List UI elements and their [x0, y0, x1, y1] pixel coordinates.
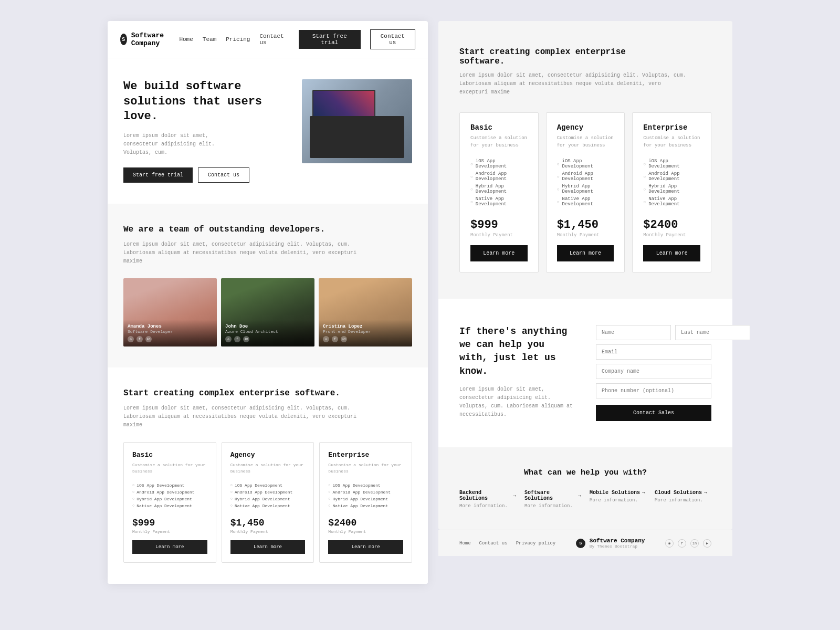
plan-name-enterprise-left: Enterprise	[328, 451, 403, 459]
footer-instagram-icon[interactable]: ◉	[665, 539, 674, 548]
pcr-period-agency: Monthly Payment	[557, 233, 614, 238]
feature-native-basic-left: Native App Development	[132, 502, 207, 509]
nav-link-home[interactable]: Home	[179, 36, 193, 43]
plan-desc-basic-left: Customise a solution for your business	[132, 462, 207, 475]
feature-ios-enterprise-left: iOS App Development	[328, 482, 403, 489]
plan-price-agency-left: $1,450	[230, 518, 306, 528]
instagram-icon-1[interactable]: ⊙	[128, 336, 134, 342]
hero-start-trial-button[interactable]: Start free trial	[123, 167, 193, 183]
instagram-icon-2[interactable]: ⊙	[225, 336, 232, 342]
team-grid: Amanda Jones Software Developer ⊙ f in J…	[123, 278, 412, 346]
form-name-row	[596, 325, 711, 340]
pricing-card-enterprise-left: Enterprise Customise a solution for your…	[319, 442, 412, 563]
team-member-role-2: Azure Cloud Architect	[225, 329, 310, 334]
pricing-right-title: Start creating complex enterprise softwa…	[459, 47, 659, 66]
facebook-icon-3[interactable]: f	[332, 336, 338, 342]
team-card-overlay-2: John Doe Azure Cloud Architect ⊙ f in	[221, 320, 314, 346]
pricing-cards-right: Basic Customise a solution for your busi…	[459, 112, 711, 272]
team-socials-2: ⊙ f in	[225, 336, 310, 342]
pcr-feature-hybrid-basic: Hybrid App Development	[470, 183, 528, 195]
contact-text: If there's anything we can help you with…	[459, 325, 575, 419]
contact-section: If there's anything we can help you with…	[438, 299, 732, 447]
phone-input[interactable]	[596, 383, 711, 398]
pcr-features-enterprise: iOS App Development Android App Developm…	[643, 158, 700, 208]
nav-contact-button[interactable]: Contact us	[370, 29, 415, 49]
pcr-feature-hybrid-agency: Hybrid App Development	[557, 183, 614, 195]
pcr-feature-android-agency: Android App Development	[557, 170, 614, 183]
plan-btn-basic-left[interactable]: Learn more	[132, 540, 207, 554]
instagram-icon-3[interactable]: ⊙	[323, 336, 329, 342]
pricing-left-subtitle: Lorem ipsum dolor sit amet, consectetur …	[123, 404, 360, 429]
pcr-feature-android-basic: Android App Development	[470, 170, 528, 183]
plan-desc-enterprise-left: Customise a solution for your business	[328, 462, 403, 475]
footer-youtube-icon[interactable]: ▶	[703, 539, 711, 548]
plan-features-enterprise-left: iOS App Development Android App Developm…	[328, 482, 403, 509]
company-input[interactable]	[596, 364, 711, 379]
email-input[interactable]	[596, 344, 711, 360]
nav-link-contact[interactable]: Contact us	[259, 33, 289, 46]
nav-link-team[interactable]: Team	[203, 36, 216, 43]
pcr-btn-agency[interactable]: Learn more	[557, 245, 614, 261]
desk-image	[310, 116, 404, 158]
pcr-btn-enterprise[interactable]: Learn more	[643, 245, 700, 261]
pricing-section-left: Start creating complex enterprise softwa…	[108, 368, 428, 584]
service-title-backend[interactable]: Backend Solutions	[459, 490, 516, 501]
pricing-right-subtitle: Lorem ipsum dolor sit amet, consectetur …	[459, 71, 690, 97]
pricing-grid-left: Basic Customise a solution for your busi…	[123, 442, 412, 563]
contact-layout: If there's anything we can help you with…	[459, 325, 711, 421]
pcr-period-basic: Monthly Payment	[470, 233, 528, 238]
feature-android-basic-left: Android App Development	[132, 489, 207, 496]
feature-native-enterprise-left: Native App Development	[328, 502, 403, 509]
service-title-mobile[interactable]: Mobile Solutions	[590, 490, 646, 496]
service-sub-mobile: More information.	[590, 498, 646, 503]
pcr-feature-native-enterprise: Native App Development	[643, 195, 700, 208]
feature-ios-agency-left: iOS App Development	[230, 482, 306, 489]
hero-contact-button[interactable]: Contact us	[198, 167, 249, 183]
pcr-feature-native-agency: Native App Development	[557, 195, 614, 208]
linkedin-icon-3[interactable]: in	[341, 336, 347, 342]
lastname-input[interactable]	[675, 325, 750, 340]
team-section: We are a team of outstanding developers.…	[108, 204, 428, 368]
plan-btn-enterprise-left[interactable]: Learn more	[328, 540, 403, 554]
footer-logo-icon: S	[576, 539, 585, 548]
name-input[interactable]	[596, 325, 671, 340]
pcr-btn-basic[interactable]: Learn more	[470, 245, 528, 261]
team-member-role-3: Front-end Developer	[323, 329, 408, 334]
facebook-icon-1[interactable]: f	[136, 336, 143, 342]
team-subtitle: Lorem ipsum dolor sit amet, consectetur …	[123, 240, 360, 266]
service-title-cloud[interactable]: Cloud Solutions	[655, 490, 711, 496]
hero-text: We build software solutions that users l…	[123, 79, 291, 183]
team-card-overlay-1: Amanda Jones Software Developer ⊙ f in	[123, 320, 217, 346]
pcr-features-basic: iOS App Development Android App Developm…	[470, 158, 528, 208]
pcr-feature-ios-agency: iOS App Development	[557, 158, 614, 170]
logo-icon: S	[120, 34, 127, 45]
plan-btn-agency-left[interactable]: Learn more	[230, 540, 306, 554]
service-sub-backend: More information.	[459, 503, 516, 509]
nav-logo: S Software Company	[120, 32, 169, 47]
plan-price-basic-left: $999	[132, 518, 207, 528]
pricing-section-right: Start creating complex enterprise softwa…	[438, 21, 732, 299]
service-title-software[interactable]: Software Solutions	[524, 490, 581, 501]
feature-hybrid-basic-left: Hybrid App Development	[132, 496, 207, 502]
pcr-feature-android-enterprise: Android App Development	[643, 170, 700, 183]
linkedin-icon-1[interactable]: in	[145, 336, 152, 342]
footer-link-home[interactable]: Home	[459, 541, 471, 546]
facebook-icon-2[interactable]: f	[234, 336, 240, 342]
footer-facebook-icon[interactable]: f	[678, 539, 686, 548]
nav-start-trial-button[interactable]: Start free trial	[299, 30, 361, 49]
footer-link-contact[interactable]: Contact us	[479, 541, 508, 546]
team-member-name-3: Cristina Lopez	[323, 324, 408, 329]
pcr-title-basic: Basic	[470, 123, 528, 132]
plan-period-basic-left: Monthly Payment	[132, 529, 207, 534]
nav-link-pricing[interactable]: Pricing	[226, 36, 250, 43]
hero-image	[302, 79, 412, 163]
contact-sales-button[interactable]: Contact Sales	[596, 405, 711, 421]
feature-hybrid-agency-left: Hybrid App Development	[230, 496, 306, 502]
pricing-card-basic-left: Basic Customise a solution for your busi…	[123, 442, 216, 563]
services-title: What can we help you with?	[459, 468, 711, 477]
linkedin-icon-2[interactable]: in	[243, 336, 249, 342]
right-panel: Start creating complex enterprise softwa…	[438, 21, 732, 556]
footer-link-privacy[interactable]: Privacy policy	[516, 541, 556, 546]
footer-linkedin-icon[interactable]: in	[690, 539, 699, 548]
team-member-name-2: John Doe	[225, 324, 310, 329]
